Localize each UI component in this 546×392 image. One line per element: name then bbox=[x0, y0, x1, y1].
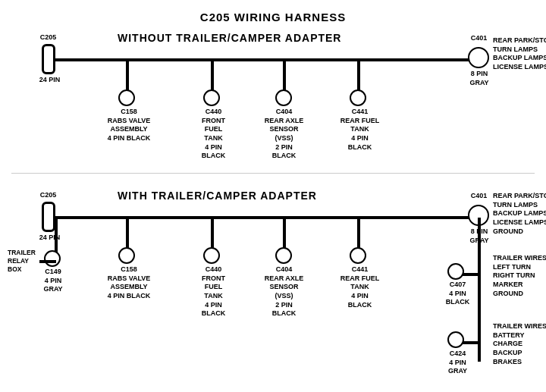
main-wire-1 bbox=[52, 58, 480, 61]
c401-label-2: C401 bbox=[466, 192, 492, 201]
c205-label-1: C205 bbox=[35, 33, 61, 42]
c401-connector-1 bbox=[468, 47, 489, 68]
relay-wire-h bbox=[39, 260, 56, 263]
c401-sublabel-1: 8 PINGRAY bbox=[464, 70, 494, 87]
c407-right-label: TRAILER WIRESLEFT TURNRIGHT TURNMARKERGR… bbox=[493, 254, 546, 298]
c149-label: C1494 PIN GRAY bbox=[34, 268, 72, 294]
section-divider bbox=[11, 173, 535, 174]
c424-connector bbox=[447, 331, 464, 348]
c440-connector-1 bbox=[203, 89, 220, 106]
c158-wire-2 bbox=[126, 218, 129, 248]
c424-right-label: TRAILER WIRESBATTERY CHARGEBACKUPBRAKES bbox=[493, 322, 546, 366]
main-wire-2 bbox=[52, 216, 480, 219]
c158-label-2: C158RABS VALVEASSEMBLY4 PIN BLACK bbox=[106, 265, 152, 301]
right-branch-v bbox=[478, 218, 481, 362]
c424-label: C4244 PINGRAY bbox=[441, 350, 475, 376]
c401-right-label-2: REAR PARK/STOPTURN LAMPSBACKUP LAMPSLICE… bbox=[493, 192, 546, 236]
c404-label-1: C404REAR AXLESENSOR(VSS)2 PIN BLACK bbox=[263, 108, 305, 161]
c158-label-1: C158RABS VALVEASSEMBLY4 PIN BLACK bbox=[106, 108, 152, 143]
c158-wire-1 bbox=[126, 60, 129, 90]
c404-connector-2 bbox=[275, 247, 292, 264]
c205-label-2: C205 bbox=[35, 191, 61, 200]
c404-wire-2 bbox=[283, 218, 286, 248]
c407-label: C4074 PINBLACK bbox=[441, 281, 475, 307]
c441-label-2: C441REAR FUELTANK4 PIN BLACK bbox=[339, 265, 381, 309]
c205-connector-1 bbox=[42, 44, 55, 74]
c404-label-2: C404REAR AXLESENSOR(VSS)2 PIN BLACK bbox=[263, 265, 305, 318]
c404-wire-1 bbox=[283, 60, 286, 90]
c205-sublabel-2: 24 PIN bbox=[33, 234, 67, 243]
section2-label: WITH TRAILER/CAMPER ADAPTER bbox=[118, 190, 317, 202]
c401-right-label-1: REAR PARK/STOPTURN LAMPSBACKUP LAMPSLICE… bbox=[493, 36, 546, 72]
c440-connector-2 bbox=[203, 247, 220, 264]
c441-wire-1 bbox=[357, 60, 360, 90]
c440-label-1: C440FRONT FUELTANK4 PIN BLACK bbox=[193, 108, 234, 161]
c441-label-1: C441REAR FUELTANK4 PIN BLACK bbox=[339, 108, 381, 152]
c158-connector-1 bbox=[118, 89, 135, 106]
c440-wire-1 bbox=[211, 60, 214, 90]
page-title: C205 WIRING HARNESS bbox=[0, 5, 546, 24]
c401-label-1: C401 bbox=[466, 34, 492, 43]
c205-sublabel-1: 24 PIN bbox=[33, 76, 67, 85]
c441-wire-2 bbox=[357, 218, 360, 248]
c440-wire-2 bbox=[211, 218, 214, 248]
c441-connector-1 bbox=[350, 89, 366, 106]
c149-connector bbox=[44, 250, 61, 267]
c440-label-2: C440FRONT FUELTANK4 PIN BLACK bbox=[193, 265, 234, 318]
c205-connector-2 bbox=[42, 202, 55, 232]
c404-connector-1 bbox=[275, 89, 292, 106]
c441-connector-2 bbox=[350, 247, 366, 264]
c158-connector-2 bbox=[118, 247, 135, 264]
c407-connector bbox=[447, 263, 464, 280]
section1-label: WITHOUT TRAILER/CAMPER ADAPTER bbox=[118, 32, 341, 44]
